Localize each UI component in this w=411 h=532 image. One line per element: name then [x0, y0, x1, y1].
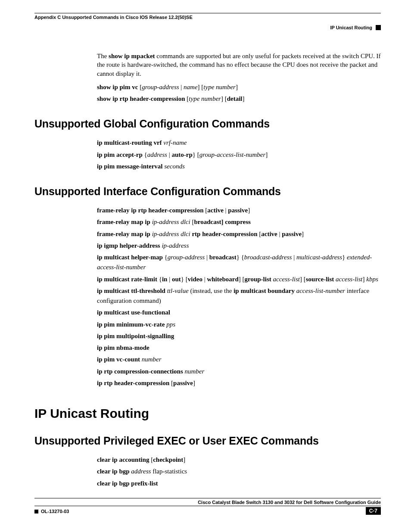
- arg: ttl-value: [167, 287, 189, 294]
- arg: group-address: [142, 84, 179, 90]
- header-square-icon: [376, 25, 381, 30]
- cmd: ip rtp compression-connections: [97, 368, 184, 375]
- t: ] [: [239, 276, 245, 283]
- cmd: show ip rtp header-compression: [97, 95, 185, 102]
- t: {: [143, 151, 147, 158]
- arg: access-list-number: [296, 287, 345, 294]
- t: ]: [265, 151, 268, 158]
- cmd-line: ip multicast-routing vrf vrf-name: [97, 138, 381, 148]
- kw: in: [162, 276, 168, 283]
- cmd-line: ip multicast helper-map {group-address |…: [97, 252, 381, 273]
- t: ] [: [198, 84, 204, 90]
- cmd: clear ip bgp: [97, 468, 131, 475]
- header-topic-text: IP Unicast Routing: [330, 25, 372, 30]
- t: [: [138, 84, 142, 90]
- cmd: ip pim accept-rp: [97, 151, 143, 158]
- kw: passive: [282, 230, 302, 237]
- running-header: Appendix C Unsupported Commands in Cisco…: [34, 15, 381, 20]
- t: }: [342, 254, 347, 261]
- cmd: ip multicast use-functional: [97, 309, 170, 316]
- kw: checkpoint: [153, 456, 183, 463]
- arg: group-access-list-number: [199, 151, 266, 158]
- cmd-line: ip pim nbma-mode: [97, 343, 381, 353]
- cmd-line: ip rtp compression-connections number: [97, 367, 381, 376]
- arg: multicast-address: [296, 254, 342, 261]
- arg: group-address: [168, 254, 205, 261]
- arg: access-list: [336, 276, 362, 283]
- kw: detail: [227, 95, 243, 102]
- cmd: ip pim nbma-mode: [97, 344, 149, 351]
- footer-bottom: OL-13270-03 C-7: [34, 506, 381, 515]
- cmd-line: show ip rtp header-compression [type num…: [97, 94, 381, 104]
- intro-paragraph: The show ip mpacket commands are support…: [97, 52, 381, 78]
- text: The: [97, 53, 109, 59]
- cmd: frame-relay map ip: [97, 230, 152, 237]
- kw: video: [188, 276, 202, 283]
- t: |: [167, 276, 172, 283]
- arg: seconds: [164, 163, 185, 170]
- cmd-line: frame-relay ip rtp header-compression [a…: [97, 205, 381, 215]
- cmd: ip rtp header-compression: [97, 380, 169, 386]
- header-topic: IP Unicast Routing: [34, 25, 381, 30]
- t: |: [202, 276, 207, 283]
- kw: passive: [173, 380, 193, 386]
- t: [: [149, 456, 153, 463]
- content-column: The show ip mpacket commands are support…: [97, 52, 381, 488]
- arg: ip-address dlci: [152, 230, 192, 237]
- t: } [: [181, 276, 188, 283]
- kw: group-list: [245, 276, 273, 283]
- t: (instead, use the: [189, 287, 234, 294]
- cmd: ip multicast rate-limit: [97, 276, 157, 283]
- cmd: ip pim minimum-vc-rate: [97, 321, 166, 328]
- cmd-line: ip pim vc-count number: [97, 355, 381, 364]
- section-heading-exec: Unsupported Privileged EXEC or User EXEC…: [34, 435, 381, 447]
- footer-title: Cisco Catalyst Blade Switch 3130 and 303…: [34, 498, 381, 506]
- t: ]: [236, 84, 238, 90]
- kw: broadcast: [194, 218, 221, 225]
- cmd-line: show ip pim vc [group-address | name] [t…: [97, 82, 381, 92]
- cmd: show ip pim vc: [97, 84, 138, 90]
- t: } {: [237, 254, 244, 261]
- t: ] [: [300, 276, 306, 283]
- t: ]: [243, 95, 245, 102]
- kw: rtp header-compression: [192, 230, 257, 237]
- cmd: ip pim vc-count: [97, 356, 142, 363]
- arg: access-list: [273, 276, 300, 283]
- cmd-line: frame-relay map ip ip-address dlci [broa…: [97, 217, 381, 227]
- t: ]: [248, 207, 250, 214]
- cmd-line: clear ip bgp address flap-statistics: [97, 467, 381, 476]
- arg: number: [142, 356, 162, 363]
- cmd: clear ip accounting: [97, 456, 149, 463]
- t: |: [224, 207, 228, 214]
- cmd-line: ip multicast ttl-threshold ttl-value (in…: [97, 286, 381, 306]
- page-number-badge: C-7: [366, 507, 381, 515]
- footer-title-text: Cisco Catalyst Blade Switch 3130 and 303…: [198, 500, 381, 505]
- footer-left: OL-13270-03: [34, 507, 69, 515]
- chapter-heading: IP Unicast Routing: [34, 406, 381, 421]
- t: |: [205, 254, 209, 261]
- arg: type number: [189, 95, 221, 102]
- arg: pps: [166, 321, 175, 328]
- footer-square-icon: [34, 510, 38, 513]
- kw: source-list: [306, 276, 336, 283]
- t: |: [167, 151, 172, 158]
- top-rule: [34, 13, 381, 13]
- cmd-line: ip pim minimum-vc-rate pps: [97, 320, 381, 330]
- t: ]: [302, 230, 304, 237]
- arg: ip-address dlci: [152, 218, 190, 225]
- arg: number: [184, 368, 204, 375]
- cmd: ip pim message-interval: [97, 163, 164, 170]
- section-heading-interface: Unsupported Interface Configuration Comm…: [34, 185, 381, 198]
- arg: kbps: [366, 276, 378, 283]
- kw: active: [207, 207, 223, 214]
- t: |: [292, 254, 296, 261]
- cmd: frame-relay ip rtp header-compression: [97, 207, 204, 214]
- kw: out: [172, 276, 181, 283]
- kw: whiteboard: [207, 276, 238, 283]
- cmd-line: ip pim message-interval seconds: [97, 162, 381, 171]
- t: [: [257, 230, 261, 237]
- arg: ip-address: [162, 242, 189, 249]
- cmd: frame-relay map ip: [97, 218, 152, 225]
- section-heading-global: Unsupported Global Configuration Command…: [34, 118, 381, 130]
- cmd: ip multicast helper-map: [97, 254, 163, 261]
